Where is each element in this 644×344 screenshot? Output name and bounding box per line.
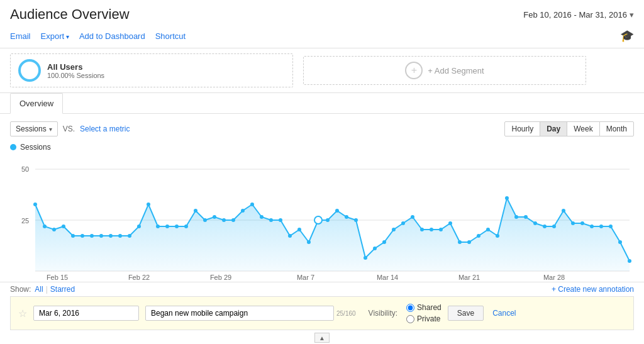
email-button[interactable]: Email bbox=[10, 31, 31, 41]
svg-point-15 bbox=[128, 234, 131, 238]
svg-text:Mar 28: Mar 28 bbox=[543, 274, 565, 280]
svg-point-54 bbox=[496, 234, 499, 238]
expand-button[interactable]: ▲ bbox=[314, 333, 330, 343]
help-icon[interactable]: 🎓 bbox=[620, 29, 634, 43]
svg-point-34 bbox=[307, 240, 311, 244]
svg-point-47 bbox=[430, 228, 433, 231]
svg-point-57 bbox=[524, 215, 528, 219]
svg-point-26 bbox=[231, 218, 235, 222]
sessions-legend-label: Sessions bbox=[20, 143, 51, 152]
add-to-dashboard-button[interactable]: Add to Dashboard bbox=[79, 31, 145, 41]
svg-point-39 bbox=[354, 218, 358, 222]
add-segment-circle-icon: + bbox=[405, 62, 423, 79]
segment-sub: 100.00% Sessions bbox=[47, 72, 104, 79]
header: Audience Overview Feb 10, 2016 - Mar 31,… bbox=[0, 0, 644, 26]
svg-point-9 bbox=[71, 234, 75, 238]
segment-name: All Users bbox=[47, 62, 104, 72]
svg-point-36 bbox=[326, 218, 330, 222]
starred-annotations-link[interactable]: Starred bbox=[50, 285, 75, 294]
svg-text:Mar 21: Mar 21 bbox=[458, 274, 480, 280]
svg-point-43 bbox=[392, 228, 396, 231]
annotation-star-icon[interactable]: ☆ bbox=[18, 308, 27, 319]
svg-point-23 bbox=[203, 218, 207, 222]
create-annotation-link[interactable]: + Create new annotation bbox=[552, 285, 634, 294]
all-annotations-link[interactable]: All bbox=[35, 285, 43, 294]
svg-point-60 bbox=[552, 225, 556, 228]
svg-point-68 bbox=[628, 259, 631, 263]
chart-area: 50 25 bbox=[10, 154, 634, 282]
date-dropdown-arrow: ▾ bbox=[630, 10, 634, 19]
svg-point-6 bbox=[43, 225, 47, 228]
svg-point-21 bbox=[184, 225, 188, 228]
annotation-date-input[interactable] bbox=[33, 306, 139, 321]
svg-point-45 bbox=[411, 215, 414, 219]
svg-point-13 bbox=[109, 234, 113, 238]
annotation-form: ☆ 25/160 Visibility: Shared Private Save… bbox=[10, 296, 634, 330]
expand-arrow-area: ▲ bbox=[0, 330, 644, 344]
svg-point-41 bbox=[373, 247, 377, 250]
svg-point-25 bbox=[222, 218, 226, 222]
segment-circle-icon bbox=[18, 59, 41, 82]
private-radio[interactable] bbox=[406, 315, 414, 323]
chart-controls: Sessions ▾ VS. Select a metric Hourly Da… bbox=[10, 121, 634, 136]
tab-overview[interactable]: Overview bbox=[10, 93, 63, 114]
svg-point-18 bbox=[156, 225, 160, 228]
svg-point-51 bbox=[467, 240, 471, 244]
hourly-button[interactable]: Hourly bbox=[504, 121, 540, 136]
toolbar: Email Export Add to Dashboard Shortcut 🎓 bbox=[0, 26, 644, 48]
vs-label: VS. bbox=[63, 125, 75, 133]
svg-point-10 bbox=[80, 234, 84, 238]
svg-point-55 bbox=[505, 196, 509, 200]
shared-radio[interactable] bbox=[406, 304, 414, 312]
date-range[interactable]: Feb 10, 2016 - Mar 31, 2016 ▾ bbox=[523, 10, 634, 19]
svg-point-29 bbox=[260, 215, 264, 219]
svg-point-52 bbox=[477, 234, 480, 238]
segment-bar: All Users 100.00% Sessions + + Add Segme… bbox=[0, 48, 644, 93]
svg-point-28 bbox=[250, 203, 254, 206]
svg-point-8 bbox=[62, 225, 65, 228]
svg-point-35 bbox=[314, 216, 322, 224]
shared-label: Shared bbox=[417, 303, 441, 312]
svg-point-56 bbox=[514, 215, 518, 219]
svg-point-30 bbox=[269, 218, 273, 222]
svg-point-62 bbox=[571, 221, 575, 225]
svg-text:Feb 29: Feb 29 bbox=[210, 274, 231, 280]
select-metric-link[interactable]: Select a metric bbox=[80, 125, 130, 133]
svg-text:Feb 15: Feb 15 bbox=[47, 274, 68, 280]
add-segment-button[interactable]: + + Add Segment bbox=[303, 56, 586, 85]
svg-point-48 bbox=[439, 228, 443, 231]
page-title: Audience Overview bbox=[10, 6, 130, 23]
svg-point-58 bbox=[533, 221, 537, 225]
svg-text:Mar 14: Mar 14 bbox=[377, 274, 398, 280]
svg-point-24 bbox=[213, 215, 216, 219]
svg-point-53 bbox=[486, 228, 490, 231]
char-count: 25/160 bbox=[336, 310, 356, 317]
month-button[interactable]: Month bbox=[599, 121, 634, 136]
time-buttons: Hourly Day Week Month bbox=[505, 121, 634, 136]
day-button[interactable]: Day bbox=[540, 121, 567, 136]
export-button[interactable]: Export bbox=[41, 31, 69, 41]
week-button[interactable]: Week bbox=[567, 121, 599, 136]
tabs-bar: Overview bbox=[0, 93, 644, 114]
svg-point-38 bbox=[345, 215, 348, 219]
visibility-group: Visibility: Shared Private bbox=[369, 303, 441, 323]
svg-text:Mar 7: Mar 7 bbox=[297, 274, 314, 280]
svg-point-27 bbox=[241, 209, 245, 213]
cancel-annotation-button[interactable]: Cancel bbox=[492, 309, 516, 318]
private-label: Private bbox=[417, 314, 440, 323]
shortcut-button[interactable]: Shortcut bbox=[155, 31, 186, 41]
metric-selector-button[interactable]: Sessions ▾ bbox=[10, 121, 58, 136]
svg-point-5 bbox=[33, 203, 37, 206]
show-label: Show: bbox=[10, 285, 31, 294]
svg-point-63 bbox=[580, 221, 584, 225]
svg-point-19 bbox=[165, 225, 169, 228]
svg-text:Feb 22: Feb 22 bbox=[128, 274, 150, 280]
metric-dropdown-arrow: ▾ bbox=[49, 126, 52, 133]
annotation-text-input[interactable] bbox=[145, 306, 334, 321]
svg-point-67 bbox=[618, 240, 622, 244]
chart-legend: Sessions bbox=[10, 143, 634, 152]
save-annotation-button[interactable]: Save bbox=[448, 306, 484, 321]
svg-point-42 bbox=[382, 240, 386, 244]
svg-point-49 bbox=[448, 221, 452, 225]
svg-point-61 bbox=[562, 209, 565, 213]
